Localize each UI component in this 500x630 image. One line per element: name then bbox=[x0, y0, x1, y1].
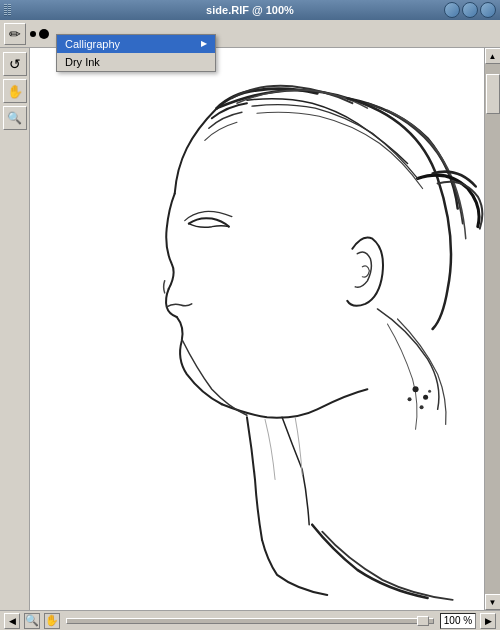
brush-small-dot[interactable] bbox=[30, 31, 36, 37]
title-bar-grip bbox=[4, 4, 11, 16]
brush-tool-button[interactable]: ✏ bbox=[4, 23, 26, 45]
hand-status-icon: ✋ bbox=[44, 613, 60, 629]
maximize-button[interactable] bbox=[462, 2, 478, 18]
svg-point-2 bbox=[423, 395, 428, 400]
scroll-track[interactable] bbox=[485, 64, 501, 594]
left-toolbar: ↺ ✋ 🔍 bbox=[0, 48, 30, 610]
canvas-svg bbox=[30, 48, 484, 610]
brush-medium-dot[interactable] bbox=[39, 29, 49, 39]
title-bar: side.RIF @ 100% bbox=[0, 0, 500, 20]
dropdown-item-dry-ink[interactable]: Dry Ink bbox=[57, 53, 215, 71]
title-buttons bbox=[444, 2, 496, 18]
canvas-area[interactable] bbox=[30, 48, 484, 610]
window-title: side.RIF @ 100% bbox=[206, 4, 294, 16]
svg-point-4 bbox=[420, 405, 424, 409]
nav-right-button[interactable]: ▶ bbox=[480, 613, 496, 629]
dry-ink-label: Dry Ink bbox=[65, 56, 100, 68]
rotate-tool[interactable]: ↺ bbox=[3, 52, 27, 76]
scroll-down-button[interactable]: ▼ bbox=[485, 594, 501, 610]
dropdown-menu: Calligraphy ▶ Dry Ink bbox=[56, 34, 216, 72]
zoom-level-display: 100 % bbox=[440, 613, 476, 629]
calligraphy-label: Calligraphy bbox=[65, 38, 120, 50]
zoom-slider-track[interactable] bbox=[66, 618, 434, 624]
svg-point-1 bbox=[413, 386, 419, 392]
brush-icon: ✏ bbox=[9, 26, 21, 42]
minimize-button[interactable] bbox=[444, 2, 460, 18]
zoom-tool[interactable]: 🔍 bbox=[3, 106, 27, 130]
status-bar: ◀ 🔍 ✋ 100 % ▶ bbox=[0, 610, 500, 630]
nav-left-button[interactable]: ◀ bbox=[4, 613, 20, 629]
right-scrollbar: ▲ ▼ bbox=[484, 48, 500, 610]
svg-point-5 bbox=[428, 390, 431, 393]
main-area: ↺ ✋ 🔍 bbox=[0, 48, 500, 610]
close-button[interactable] bbox=[480, 2, 496, 18]
hand-tool[interactable]: ✋ bbox=[3, 79, 27, 103]
svg-point-3 bbox=[408, 397, 412, 401]
dropdown-item-calligraphy[interactable]: Calligraphy ▶ bbox=[57, 35, 215, 53]
scroll-up-button[interactable]: ▲ bbox=[485, 48, 501, 64]
zoom-slider-thumb[interactable] bbox=[417, 616, 429, 626]
zoom-status-icon: 🔍 bbox=[24, 613, 40, 629]
toolbar: ✏ Calligraphy ▶ Dry Ink bbox=[0, 20, 500, 48]
svg-rect-0 bbox=[36, 48, 478, 610]
submenu-arrow: ▶ bbox=[201, 39, 207, 48]
scroll-thumb[interactable] bbox=[486, 74, 500, 114]
brush-size-selector bbox=[30, 29, 52, 39]
